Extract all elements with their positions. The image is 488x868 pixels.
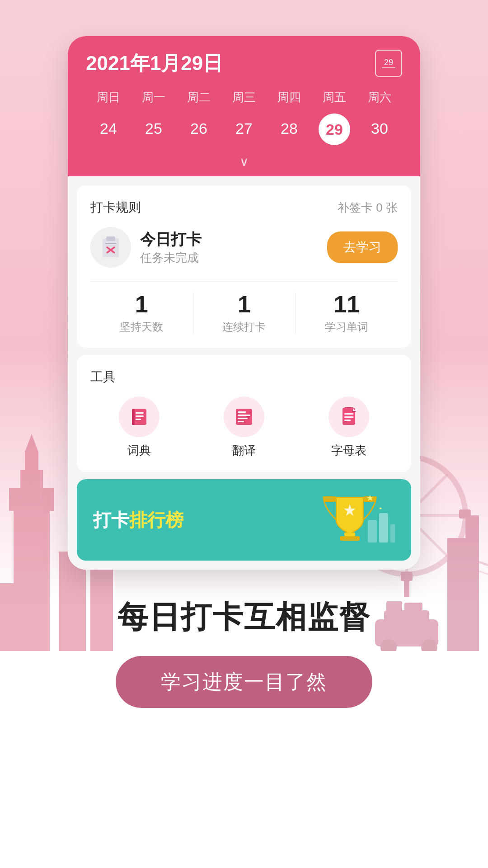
checkin-card: 打卡规则 补签卡 0 张	[77, 185, 411, 348]
date-28[interactable]: 28	[267, 113, 312, 145]
checkin-rules-label: 打卡规则	[90, 199, 141, 216]
date-25[interactable]: 25	[131, 113, 176, 145]
calendar-header: 2021年1月29日 29 周日 周一 周二 周三 周四 周五 周六 24 25…	[68, 36, 420, 176]
cta-button[interactable]: 学习进度一目了然	[116, 656, 372, 708]
date-row: 24 25 26 27 28 29 30	[86, 113, 402, 150]
svg-rect-52	[344, 533, 355, 536]
chevron-row[interactable]: ∨	[86, 150, 402, 176]
date-30[interactable]: 30	[357, 113, 402, 145]
chevron-down-icon: ∨	[239, 155, 249, 169]
svg-rect-30	[103, 238, 119, 257]
svg-rect-31	[106, 236, 115, 241]
stat-persistence: 1 坚持天数	[90, 292, 193, 334]
weekday-0: 周日	[86, 86, 131, 109]
trophy-area	[305, 493, 395, 547]
leaderboard-title: 打卡排行榜	[93, 508, 183, 533]
svg-rect-48	[344, 416, 353, 418]
checkin-today-row: 今日打卡 任务未完成 去学习	[90, 227, 398, 268]
stat-words: 11 学习单词	[295, 292, 398, 334]
cards-container: 打卡规则 补签卡 0 张	[68, 176, 420, 570]
tool-translate[interactable]: 翻译	[195, 396, 293, 458]
svg-marker-56	[379, 507, 382, 510]
tool-alphabet[interactable]: 字母表	[300, 396, 398, 458]
svg-rect-58	[379, 513, 388, 542]
go-study-button[interactable]: 去学习	[327, 231, 398, 263]
tool-icon-wrap-alphabet	[328, 396, 369, 437]
tool-label-dictionary: 词典	[127, 443, 151, 458]
weekday-2: 周二	[176, 86, 221, 109]
weekday-5: 周五	[312, 86, 357, 109]
date-24[interactable]: 24	[86, 113, 131, 145]
date-27[interactable]: 27	[221, 113, 267, 145]
checkin-text-group: 今日打卡 任务未完成	[140, 229, 327, 266]
stat-number-2: 11	[333, 292, 360, 316]
weekday-6: 周六	[357, 86, 402, 109]
stat-streak: 1 连续打卡	[193, 292, 296, 334]
svg-rect-39	[136, 419, 141, 420]
stat-label-2: 学习单词	[325, 320, 368, 334]
date-26[interactable]: 26	[176, 113, 221, 145]
tool-icon-wrap-dictionary	[119, 396, 160, 437]
tool-label-translate: 翻译	[232, 443, 256, 458]
tools-grid: 词典	[90, 396, 398, 458]
calendar-date: 2021年1月29日	[86, 50, 223, 77]
svg-rect-43	[238, 418, 248, 419]
tool-label-alphabet: 字母表	[331, 443, 366, 458]
tools-card: 工具 词典	[77, 355, 411, 472]
svg-rect-42	[238, 415, 250, 416]
svg-rect-45	[247, 416, 250, 417]
svg-rect-44	[238, 421, 244, 422]
svg-rect-47	[344, 413, 353, 415]
leaderboard-text-plain: 打卡	[93, 510, 129, 530]
weekday-1: 周一	[131, 86, 176, 109]
weekday-3: 周三	[221, 86, 267, 109]
checkin-task-icon	[90, 227, 131, 268]
svg-rect-49	[344, 420, 351, 421]
stat-label-0: 坚持天数	[120, 320, 163, 334]
stats-row: 1 坚持天数 1 连续打卡 11 学习单词	[90, 281, 398, 334]
svg-rect-41	[238, 411, 246, 413]
weekday-4: 周四	[267, 86, 312, 109]
stat-label-1: 连续打卡	[222, 320, 266, 334]
svg-rect-36	[132, 409, 135, 425]
checkin-task-label: 任务未完成	[140, 250, 327, 266]
svg-rect-59	[390, 524, 395, 542]
phone-card: 2021年1月29日 29 周日 周一 周二 周三 周四 周五 周六 24 25…	[68, 36, 420, 570]
calendar-icon-label: 29	[384, 58, 393, 66]
svg-rect-57	[368, 520, 377, 542]
leaderboard-text-highlight: 排行榜	[129, 510, 183, 530]
tool-icon-wrap-translate	[224, 396, 264, 437]
checkin-today-label: 今日打卡	[140, 229, 327, 250]
checkin-supplement-label: 补签卡 0 张	[338, 200, 398, 216]
leaderboard-banner[interactable]: 打卡排行榜	[77, 479, 411, 561]
tool-dictionary[interactable]: 词典	[90, 396, 188, 458]
svg-rect-53	[340, 536, 360, 541]
stat-number-0: 1	[135, 292, 148, 316]
bottom-section: 每日打卡互相监督 学习进度一目了然	[80, 570, 408, 731]
tools-title: 工具	[90, 368, 398, 386]
date-29-active[interactable]: 29	[319, 113, 350, 145]
svg-rect-37	[136, 412, 144, 414]
svg-rect-38	[136, 415, 144, 417]
checkin-header: 打卡规则 补签卡 0 张	[90, 199, 398, 216]
weekday-row: 周日 周一 周二 周三 周四 周五 周六	[86, 86, 402, 109]
svg-rect-50	[324, 496, 336, 502]
main-slogan: 每日打卡互相监督	[116, 597, 372, 638]
calendar-icon[interactable]: 29	[375, 50, 402, 77]
stat-number-1: 1	[238, 292, 251, 316]
